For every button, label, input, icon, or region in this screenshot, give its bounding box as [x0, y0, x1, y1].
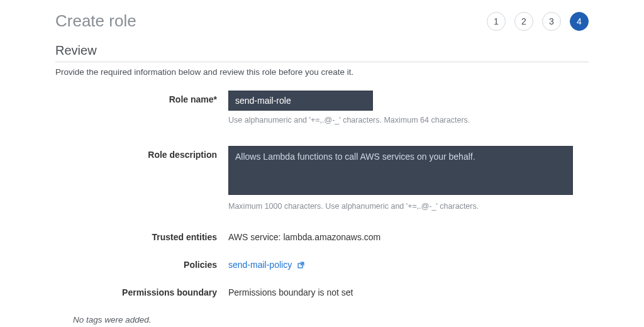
- trusted-entities-label: Trusted entities: [55, 232, 228, 242]
- section-divider: [55, 62, 589, 62]
- step-1[interactable]: 1: [487, 12, 506, 31]
- permissions-boundary-label: Permissions boundary: [55, 287, 228, 297]
- role-name-input[interactable]: [228, 91, 373, 111]
- role-name-label: Role name*: [55, 91, 228, 104]
- tags-note: No tags were added.: [73, 315, 589, 324]
- wizard-stepper: 1 2 3 4: [487, 12, 589, 31]
- external-link-icon: [297, 262, 304, 269]
- step-2[interactable]: 2: [514, 12, 533, 31]
- section-title: Review: [55, 43, 589, 58]
- role-description-hint: Maximum 1000 characters. Use alphanumeri…: [228, 202, 589, 211]
- section-subtitle: Provide the required information below a…: [55, 67, 589, 77]
- page-title: Create role: [55, 11, 136, 31]
- policy-link-text: send-mail-policy: [228, 260, 292, 270]
- step-4[interactable]: 4: [570, 12, 589, 31]
- role-name-hint: Use alphanumeric and '+=,.@-_' character…: [228, 116, 589, 125]
- step-3[interactable]: 3: [542, 12, 561, 31]
- permissions-boundary-value: Permissions boundary is not set: [228, 287, 589, 297]
- role-description-label: Role description: [55, 146, 228, 160]
- role-description-input[interactable]: Allows Lambda functions to call AWS serv…: [228, 146, 573, 195]
- policies-label: Policies: [55, 260, 228, 270]
- policy-link[interactable]: send-mail-policy: [228, 260, 304, 270]
- trusted-entities-value: AWS service: lambda.amazonaws.com: [228, 232, 589, 242]
